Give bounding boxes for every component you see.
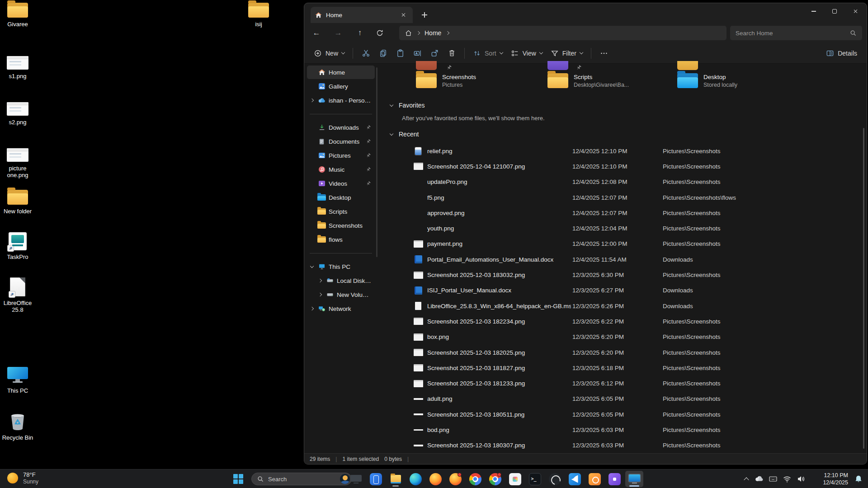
minimize-button[interactable] (803, 3, 824, 19)
file-row[interactable]: Screenshot 2025-12-03 182234.png 12/3/20… (377, 314, 867, 329)
desktop-icon-givaree[interactable]: Givaree (0, 3, 35, 28)
delete-button[interactable] (443, 46, 460, 61)
desktop-icon-libreoffice[interactable]: LibreOffice 25.8 (0, 277, 35, 314)
onedrive-tray-icon[interactable] (752, 471, 766, 487)
search-input[interactable] (736, 30, 850, 37)
taskbar-app-orange[interactable] (585, 471, 604, 487)
search-icon[interactable] (850, 30, 857, 37)
recent-section-header[interactable]: Recent (390, 131, 419, 138)
pinned-folder-partial[interactable] (677, 61, 698, 70)
taskbar-clock[interactable]: 12:10 PM 12/4/2025 (813, 472, 848, 487)
taskbar-app-purple[interactable] (605, 471, 623, 487)
breadcrumb-home-icon[interactable] (405, 30, 412, 37)
sidebar-item-documents[interactable]: Documents (307, 135, 375, 148)
new-button[interactable]: New (310, 47, 349, 60)
back-button[interactable]: ← (310, 26, 323, 40)
taskbar-app-edge[interactable] (406, 471, 425, 487)
new-tab-button[interactable] (419, 9, 430, 20)
view-button[interactable]: View (507, 47, 547, 60)
forward-button[interactable]: → (331, 26, 345, 40)
file-row[interactable]: Screenshot 2025-12-03 183032.png 12/3/20… (377, 267, 867, 282)
taskbar-app-vscode[interactable] (566, 471, 584, 487)
file-row[interactable]: box.png 12/3/2025 6:20 PM Pictures\Scree… (377, 329, 867, 345)
file-row[interactable]: ISIJ_Portal_User_Manual.docx 12/3/2025 6… (377, 283, 867, 298)
copy-button[interactable] (374, 46, 392, 61)
desktop-icon-recycle-bin[interactable]: Recycle Bin (0, 412, 35, 441)
more-options-button[interactable] (595, 46, 613, 61)
file-row[interactable]: LibreOffice_25.8.3_Win_x86-64_helppack_e… (377, 298, 867, 314)
share-button[interactable] (426, 46, 443, 61)
sidebar-item-flows[interactable]: flows (307, 233, 375, 246)
breadcrumb-chevron-icon[interactable] (446, 31, 449, 35)
taskbar-app-firefox[interactable] (426, 471, 444, 487)
search-box[interactable] (730, 26, 862, 40)
desktop-icon-s2[interactable]: s2.png (0, 102, 35, 126)
favorites-section-header[interactable]: Favorites (390, 102, 425, 109)
desktop-icon-s1[interactable]: s1.png (0, 56, 35, 80)
taskbar-app-terminal[interactable] (526, 471, 544, 487)
file-row[interactable]: Screenshot 2025-12-03 182025.png 12/3/20… (377, 345, 867, 360)
file-row[interactable]: Screenshot 2025-12-04 121007.png 12/4/20… (377, 159, 867, 174)
breadcrumb-home[interactable]: Home (425, 29, 441, 37)
tab-close-icon[interactable] (398, 10, 408, 20)
touch-keyboard-icon[interactable] (766, 471, 780, 487)
file-row[interactable]: Screenshot 2025-12-03 180307.png 12/3/20… (377, 438, 867, 453)
sidebar-item-gallery[interactable]: Gallery (307, 80, 375, 93)
filter-button[interactable]: Filter (547, 47, 587, 60)
paste-button[interactable] (392, 46, 409, 61)
close-button[interactable] (845, 3, 866, 19)
taskbar-app-chrome-2[interactable] (486, 471, 504, 487)
hidden-icons-button[interactable] (741, 471, 752, 487)
titlebar[interactable]: Home (304, 3, 867, 23)
wifi-icon[interactable] (780, 471, 794, 487)
content-scrollbar[interactable] (863, 128, 864, 449)
taskbar-app-display-active[interactable] (625, 471, 643, 487)
address-bar[interactable]: Home (399, 26, 726, 40)
sidebar-item-desktop[interactable]: Desktop (307, 191, 375, 204)
taskbar-app-file-explorer[interactable] (387, 471, 405, 487)
details-pane-button[interactable]: Details (822, 47, 861, 60)
taskbar-search[interactable]: Search (251, 473, 352, 485)
file-row[interactable]: Screenshot 2025-12-03 181233.png 12/3/20… (377, 375, 867, 391)
taskbar-app-photos[interactable] (506, 471, 524, 487)
pinned-folder-partial[interactable] (416, 61, 437, 70)
desktop-icon-new-folder[interactable]: New folder (0, 190, 35, 215)
file-row[interactable]: bod.png 12/3/2025 6:03 PM Pictures\Scree… (377, 422, 867, 437)
quick-access-tile-screenshots[interactable]: Screenshots Pictures (416, 73, 542, 88)
desktop-icon-picture-one[interactable]: picture one.png (0, 148, 35, 179)
sidebar-item-downloads[interactable]: Downloads (307, 121, 375, 134)
sidebar-item-new-volume-d[interactable]: New Volume (D:) (315, 288, 375, 301)
sidebar-item-pictures[interactable]: Pictures (307, 149, 375, 162)
taskbar-app-chrome[interactable] (466, 471, 484, 487)
start-button[interactable] (229, 471, 248, 487)
taskbar-app-obs[interactable] (546, 471, 564, 487)
taskbar-app-display[interactable] (347, 471, 365, 487)
file-row[interactable]: updatePro.png 12/4/2025 12:08 PM Picture… (377, 174, 867, 190)
notification-bell-icon[interactable] (852, 471, 865, 487)
sort-button[interactable]: Sort (469, 47, 507, 60)
weather-widget[interactable]: 78°F Sunny (7, 471, 38, 485)
desktop-icon-this-pc[interactable]: This PC (0, 367, 35, 394)
sidebar-item-this-pc[interactable]: This PC (307, 260, 375, 273)
volume-icon[interactable] (794, 471, 808, 487)
taskbar-app-phone-link[interactable] (367, 471, 385, 487)
sidebar-item-videos[interactable]: Videos (307, 177, 375, 190)
desktop-icon-taskpro[interactable]: TaskPro (0, 232, 35, 260)
cut-button[interactable] (357, 46, 374, 61)
file-row[interactable]: Screenshot 2025-12-03 180511.png 12/3/20… (377, 407, 867, 422)
sidebar-item-scripts[interactable]: Scripts (307, 205, 375, 218)
file-row[interactable]: adult.png 12/3/2025 6:05 PM Pictures\Scr… (377, 391, 867, 407)
explorer-tab-home[interactable]: Home (311, 7, 413, 23)
quick-access-tile-scripts[interactable]: Scripts Desktop\Givaree\Ba... (547, 73, 674, 88)
file-row[interactable]: payment.png 12/4/2025 12:00 PM Pictures\… (377, 236, 867, 252)
sidebar-item-music[interactable]: Music (307, 163, 375, 176)
maximize-button[interactable] (824, 3, 845, 19)
desktop-icon-isij[interactable]: isij (241, 3, 276, 28)
taskbar-app-firefox-2[interactable] (446, 471, 464, 487)
file-row[interactable]: relief.png 12/4/2025 12:10 PM Pictures\S… (377, 143, 867, 159)
file-row[interactable]: youth.png 12/4/2025 12:04 PM Pictures\Sc… (377, 221, 867, 236)
sidebar-item-local-disk-c[interactable]: Local Disk (C:) (315, 274, 375, 287)
pinned-folder-partial[interactable] (547, 61, 568, 70)
file-row[interactable]: Screenshot 2025-12-03 181827.png 12/3/20… (377, 360, 867, 375)
sidebar-item-onedrive-personal[interactable]: ishan - Personal (307, 94, 375, 107)
